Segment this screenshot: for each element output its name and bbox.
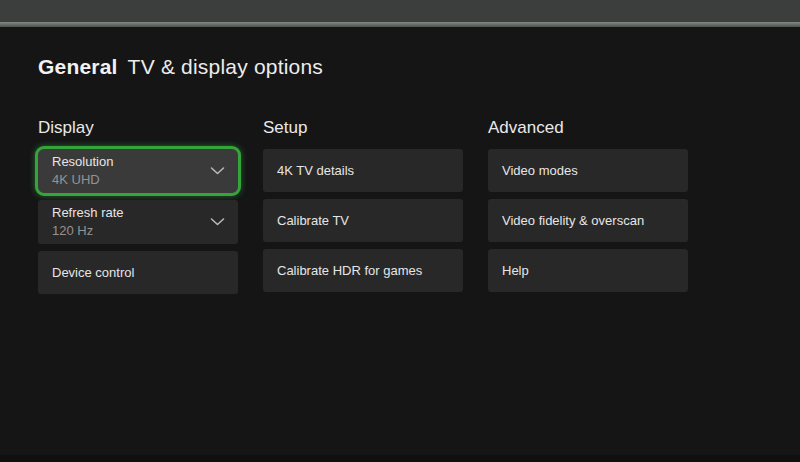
calibrate-hdr-label: Calibrate HDR for games [277,263,422,279]
video-modes-button[interactable]: Video modes [488,149,688,192]
resolution-label: Resolution [52,154,113,170]
chevron-down-icon [210,218,225,227]
calibrate-tv-label: Calibrate TV [277,213,349,229]
settings-columns: Display Resolution 4K UHD Refresh rate 1… [38,117,762,294]
column-header-display: Display [38,117,238,138]
refresh-rate-value: 120 Hz [52,223,93,239]
column-setup: Setup 4K TV details Calibrate TV Calibra… [263,117,463,294]
display-tiles: Resolution 4K UHD Refresh rate 120 Hz [38,149,238,294]
column-display: Display Resolution 4K UHD Refresh rate 1… [38,117,238,294]
4k-tv-details-label: 4K TV details [277,163,354,179]
refresh-rate-dropdown[interactable]: Refresh rate 120 Hz [38,200,238,244]
tv-display-options-screen: GeneralTV & display options Display Reso… [0,0,800,462]
help-button[interactable]: Help [488,249,688,292]
bottom-strip [0,455,800,462]
calibrate-hdr-button[interactable]: Calibrate HDR for games [263,249,463,292]
resolution-dropdown[interactable]: Resolution 4K UHD [35,146,241,196]
4k-tv-details-button[interactable]: 4K TV details [263,149,463,192]
column-advanced: Advanced Video modes Video fidelity & ov… [488,117,688,294]
page-title: GeneralTV & display options [38,27,762,80]
video-modes-label: Video modes [502,163,578,179]
page-title-section: General [38,55,118,78]
advanced-tiles: Video modes Video fidelity & overscan He… [488,149,688,292]
setup-tiles: 4K TV details Calibrate TV Calibrate HDR… [263,149,463,292]
resolution-value: 4K UHD [52,172,100,188]
chevron-down-icon [210,167,225,176]
video-fidelity-overscan-button[interactable]: Video fidelity & overscan [488,199,688,242]
column-header-advanced: Advanced [488,117,688,138]
help-label: Help [502,263,529,279]
content-area: GeneralTV & display options Display Reso… [0,27,800,294]
device-control-button[interactable]: Device control [38,251,238,294]
calibrate-tv-button[interactable]: Calibrate TV [263,199,463,242]
device-control-label: Device control [52,265,134,281]
refresh-rate-label: Refresh rate [52,205,124,221]
page-title-subtitle: TV & display options [128,55,323,78]
video-fidelity-overscan-label: Video fidelity & overscan [502,213,644,229]
column-header-setup: Setup [263,117,463,138]
title-bar [0,0,800,22]
